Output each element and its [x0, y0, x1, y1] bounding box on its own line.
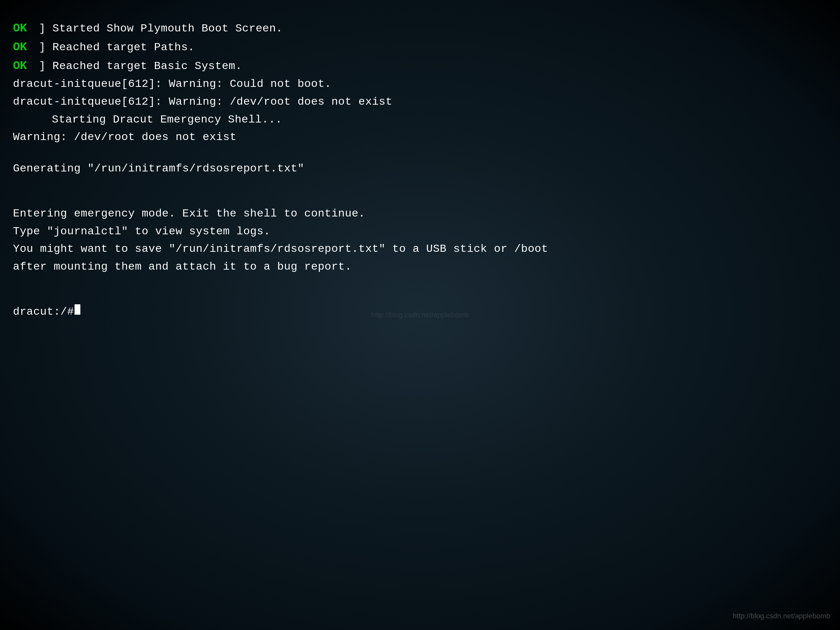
- cursor[interactable]: [74, 304, 81, 315]
- terminal-screen: http://blog.csdn.net/applebomb OK ] Star…: [0, 0, 840, 630]
- empty-line-2: [13, 178, 827, 191]
- terminal-line-2: OK ] Reached target Paths.: [13, 38, 827, 56]
- line-text-5: dracut-initqueue[612]: Warning: /dev/roo…: [13, 93, 392, 111]
- line-text-2: ] Reached target Paths.: [39, 39, 195, 56]
- line-text-3: ] Reached target Basic System.: [39, 58, 242, 75]
- empty-line-3: [13, 191, 827, 205]
- terminal-line-12: after mounting them and attach it to a b…: [13, 258, 827, 275]
- terminal-line-9: Entering emergency mode. Exit the shell …: [13, 205, 827, 222]
- terminal-line-7: Warning: /dev/root does not exist: [13, 129, 827, 146]
- terminal-prompt-line[interactable]: dracut:/#: [13, 303, 827, 321]
- ok-badge-2: OK: [13, 38, 39, 56]
- empty-line-1: [13, 147, 827, 160]
- terminal-line-10: Type "journalctl" to view system logs.: [13, 223, 827, 240]
- line-text-11: You might want to save "/run/initramfs/r…: [13, 240, 548, 257]
- empty-line-5: [13, 290, 827, 303]
- prompt-text: dracut:/#: [13, 303, 74, 321]
- line-text-12: after mounting them and attach it to a b…: [13, 258, 352, 275]
- line-text-1: ] Started Show Plymouth Boot Screen.: [39, 20, 283, 37]
- terminal-line-8: Generating "/run/initramfs/rdsosreport.t…: [13, 160, 827, 177]
- terminal-line-1: OK ] Started Show Plymouth Boot Screen.: [13, 19, 827, 38]
- line-text-7: Warning: /dev/root does not exist: [13, 129, 237, 146]
- terminal-line-3: OK ] Reached target Basic System.: [13, 57, 827, 75]
- line-text-6: Starting Dracut Emergency Shell...: [52, 111, 282, 128]
- line-text-10: Type "journalctl" to view system logs.: [13, 223, 270, 240]
- terminal-line-5: dracut-initqueue[612]: Warning: /dev/roo…: [13, 93, 827, 111]
- line-text-8: Generating "/run/initramfs/rdsosreport.t…: [13, 160, 304, 177]
- terminal-line-6: Starting Dracut Emergency Shell...: [13, 111, 827, 128]
- terminal-line-4: dracut-initqueue[612]: Warning: Could no…: [13, 76, 827, 93]
- terminal-line-11: You might want to save "/run/initramfs/r…: [13, 240, 827, 257]
- terminal-content: OK ] Started Show Plymouth Boot Screen. …: [13, 19, 827, 320]
- empty-line-4: [13, 276, 827, 290]
- ok-badge-3: OK: [13, 57, 39, 75]
- line-text-9: Entering emergency mode. Exit the shell …: [13, 205, 365, 222]
- watermark-bottom-right: http://blog.csdn.net/applebomb: [733, 612, 830, 620]
- ok-badge-1: OK: [13, 19, 39, 38]
- line-text-4: dracut-initqueue[612]: Warning: Could no…: [13, 76, 331, 93]
